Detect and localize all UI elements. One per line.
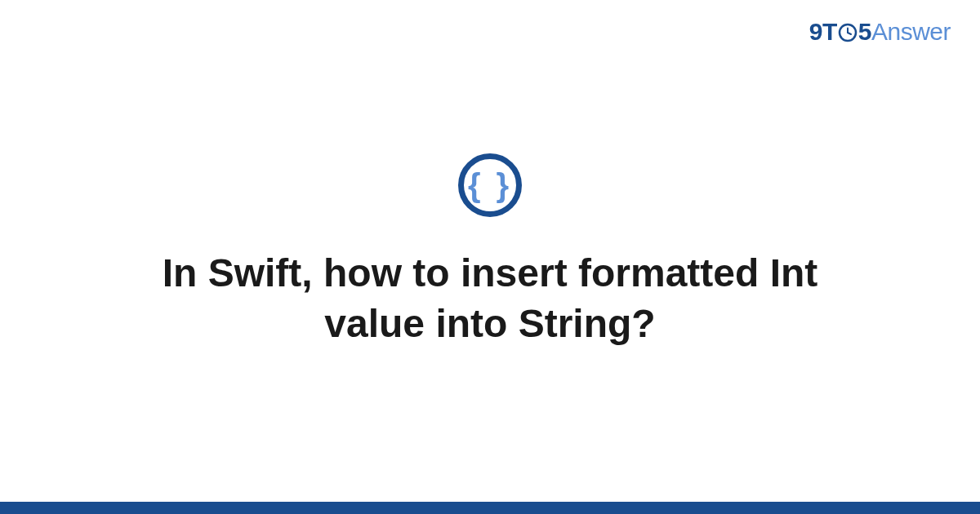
code-braces-icon: { } xyxy=(468,169,512,202)
category-icon-circle: { } xyxy=(458,153,522,217)
question-title: In Swift, how to insert formatted Int va… xyxy=(98,248,882,348)
footer-accent-bar xyxy=(0,502,980,514)
main-content: { } In Swift, how to insert formatted In… xyxy=(0,0,980,502)
